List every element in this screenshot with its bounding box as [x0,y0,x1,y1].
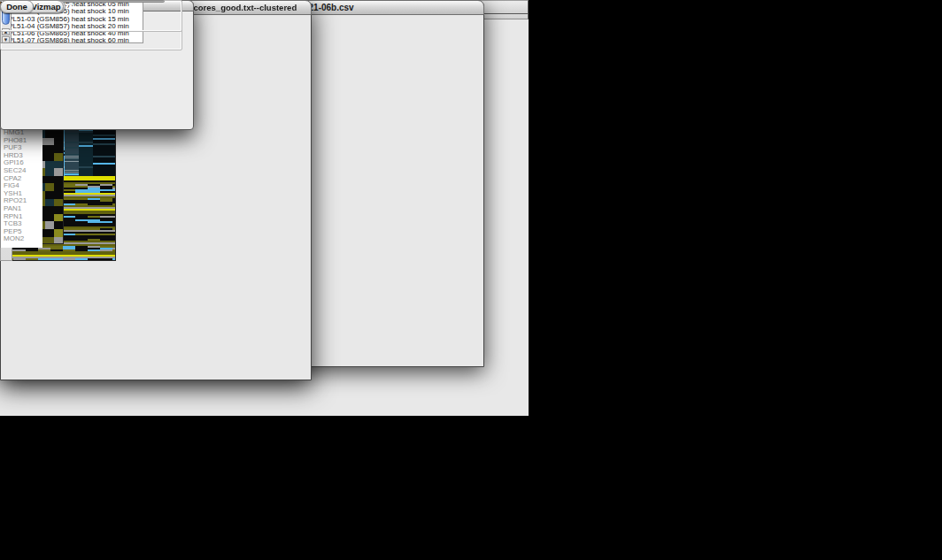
attribute-item[interactable]: GPL51-07 (GSM868) heat shock 60 min [3,37,143,43]
scroll-down-icon[interactable]: ▼ [2,36,10,43]
done-button[interactable]: Done [0,0,34,13]
desktop-screenshot: Cytoscape Desktop (Session Name: collins… [0,0,942,560]
done-label: Done [6,2,27,12]
gene-label[interactable]: MON2 [1,235,42,243]
